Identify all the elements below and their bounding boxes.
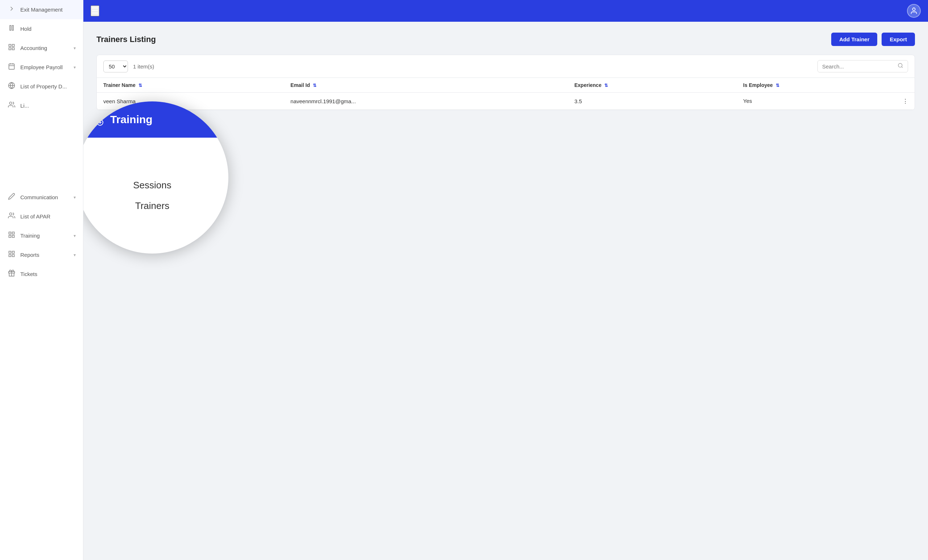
search-wrap [817,60,908,72]
page-title: Trainers Listing [96,35,156,44]
svg-rect-17 [12,236,14,237]
sidebar-item-li[interactable]: Li... [0,96,83,115]
svg-rect-14 [9,232,11,234]
li-icon [7,101,16,110]
cell-email: naveennmrcl.1991@gma... [284,93,568,110]
search-input[interactable] [822,63,894,70]
magnified-training-popup: Training Sessions Trainers [83,101,228,254]
col-is-employee[interactable]: Is Employee ⇅ [737,78,914,93]
cell-experience: 3.5 [568,93,737,110]
content-area: Trainers Listing Add Trainer Export 50 2… [83,22,928,560]
hamburger-button[interactable]: ☰ [91,5,99,16]
svg-rect-1 [12,25,14,30]
svg-line-24 [902,67,903,68]
col-email-id[interactable]: Email Id ⇅ [284,78,568,93]
svg-rect-25 [89,112,100,121]
sidebar-item-training[interactable]: Training ▾ [0,226,83,245]
exit-management-icon [7,5,16,14]
avatar[interactable] [907,4,921,18]
sidebar-item-label: Communication [20,194,69,200]
sidebar-item-label: List of Property D... [20,83,76,90]
sidebar-item-reports[interactable]: Reports ▾ [0,245,83,265]
svg-rect-21 [12,255,14,257]
sidebar-item-label: Li... [20,102,76,109]
col-label: Is Employee [743,82,773,88]
page-header: Trainers Listing Add Trainer Export [96,33,915,46]
svg-rect-18 [9,251,11,254]
sidebar-item-label: Hold [20,26,76,32]
svg-rect-16 [9,236,11,237]
accounting-icon [7,43,16,53]
sidebar-item-label: Accounting [20,45,69,51]
sidebar-item-label: Tickets [20,271,76,277]
sort-icon: ⇅ [776,83,779,88]
svg-point-13 [9,213,12,216]
sort-icon: ⇅ [139,83,142,88]
sidebar-item-employee-payroll[interactable]: Employee Payroll ▾ [0,58,83,77]
communication-icon [7,193,16,202]
item-count: 1 item(s) [133,63,154,70]
apar-icon [7,212,16,221]
property-icon [7,82,16,91]
sidebar-item-list-of-property[interactable]: List of Property D... [0,77,83,96]
svg-point-22 [913,8,915,11]
sidebar-item-exit-management[interactable]: Exit Management [0,0,83,19]
col-label: Trainer Name [103,82,136,88]
col-trainer-name[interactable]: Trainer Name ⇅ [97,78,284,93]
sidebar-item-list-of-apar[interactable]: List of APAR [0,207,83,226]
sidebar-item-label: Employee Payroll [20,64,69,70]
sidebar-item-tickets[interactable]: Tickets [0,265,83,284]
export-button[interactable]: Export [882,33,915,46]
col-label: Experience [574,82,601,88]
chevron-down-icon: ▾ [73,46,76,51]
col-experience[interactable]: Experience ⇅ [568,78,737,93]
svg-rect-3 [12,44,14,47]
main-area: ☰ Trainers Listing Add Trainer Export 50 [83,0,928,560]
header-actions: Add Trainer Export [831,33,915,46]
chevron-down-icon: ▾ [73,233,76,238]
sort-icon: ⇅ [313,83,316,88]
svg-rect-2 [9,44,11,47]
table-toolbar: 50 25 100 1 item(s) [97,55,914,78]
sidebar-item-hold[interactable]: Hold [0,19,83,38]
chevron-down-icon: ▾ [73,253,76,257]
sidebar-item-label: Reports [20,252,69,258]
cell-is-employee: Yes ⋮ [737,93,914,110]
topbar: ☰ [83,0,928,22]
sidebar: Exit Management Hold Accounting ▾ Employ… [0,0,83,560]
svg-rect-4 [9,48,11,50]
toolbar-left: 50 25 100 1 item(s) [103,61,154,72]
add-trainer-button[interactable]: Add Trainer [831,33,877,46]
tickets-icon [7,269,16,278]
chevron-down-icon: ▾ [73,65,76,70]
trainers-table: Trainer Name ⇅ Email Id ⇅ Experience ⇅ [97,78,914,110]
sidebar-item-accounting[interactable]: Accounting ▾ [0,38,83,58]
svg-rect-20 [9,255,11,257]
sidebar-item-label: Training [20,233,69,239]
search-icon [897,63,904,70]
sort-icon: ⇅ [604,83,608,88]
svg-rect-15 [12,232,14,234]
svg-rect-19 [12,251,14,254]
svg-rect-5 [12,48,14,50]
employee-payroll-icon [7,63,16,72]
per-page-select[interactable]: 50 25 100 [103,61,128,72]
trainers-menu-item[interactable]: Trainers [135,198,169,215]
sidebar-item-label: List of APAR [20,213,76,219]
sessions-menu-item[interactable]: Sessions [133,177,171,194]
training-popup-icon [87,110,104,130]
chevron-down-icon: ▾ [73,195,76,200]
sidebar-item-communication[interactable]: Communication ▾ [0,188,83,207]
sidebar-item-label: Exit Management [20,6,76,13]
row-more-icon[interactable]: ⋮ [903,98,908,104]
hold-icon [7,24,16,33]
svg-rect-0 [10,25,11,30]
reports-icon [7,250,16,259]
training-icon [7,231,16,240]
table-row: veen Sharma naveennmrcl.1991@gma... 3.5 … [97,93,914,110]
training-popup-menu: Sessions Trainers [83,138,228,254]
table-card: 50 25 100 1 item(s) [96,55,915,110]
training-popup-label: Training [110,113,153,126]
svg-point-23 [898,63,902,67]
svg-point-12 [9,102,12,105]
